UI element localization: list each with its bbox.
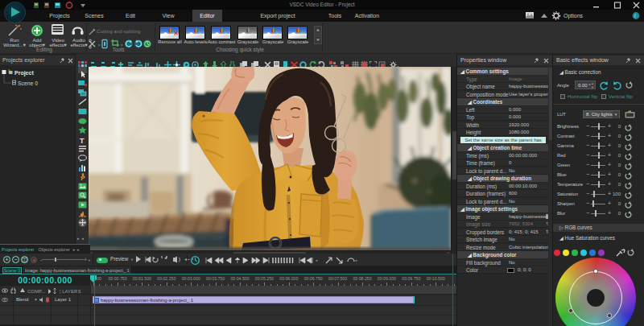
svg-text:Project: Project (14, 70, 34, 76)
svg-text:COMP...: COMP... (27, 289, 46, 294)
svg-text:Scene 0: Scene 0 (18, 80, 38, 86)
svg-text:Options: Options (564, 13, 584, 19)
